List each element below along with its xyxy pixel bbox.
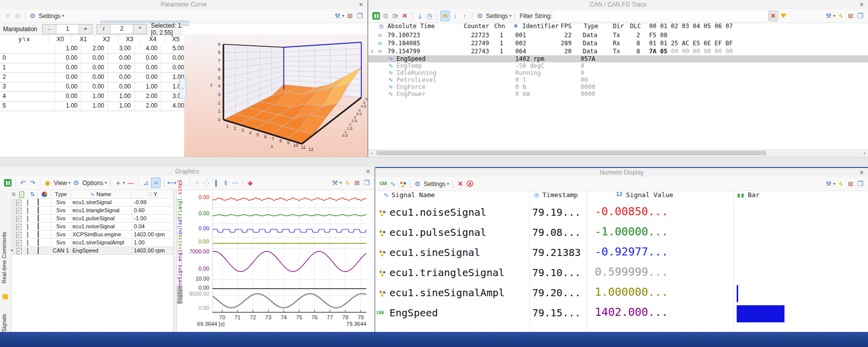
window-close-icon[interactable]: ⊠ [846,179,855,189]
trace-cell[interactable]: 002 [515,39,526,47]
drag-handle[interactable] [11,215,17,222]
trace-message-row[interactable]: ˅✉79.15479922743106420DataTx87A 0500 00 … [368,47,868,55]
table-cell[interactable]: 0.00 [55,82,82,92]
trace-rows[interactable]: ✉79.10072322723100122DataTx2F5 08✉79.184… [368,31,868,150]
trace-cell[interactable]: 1 [500,47,503,55]
expander-icon[interactable]: ˅ [370,47,374,55]
fit-horizontal-icon[interactable]: ⟷ [167,178,177,188]
table-cell[interactable]: 0.00 [108,63,135,73]
trace-cell[interactable]: 79.100723 [387,31,420,39]
trace-signal-row[interactable]: ∿EngPower0 kW0000 [368,91,868,98]
name-header[interactable]: ∿ Name [71,191,131,198]
clear-all-icon[interactable]: ⓧ [465,179,474,189]
visible-checkbox[interactable]: ✓ [17,231,27,238]
options-button[interactable]: Options [83,180,103,187]
table-cell[interactable] [0,44,55,54]
chevron-down-icon[interactable]: ▾ [342,14,344,18]
undo-icon[interactable]: ↶ [19,178,27,188]
new-message-icon[interactable]: ✉ [440,11,450,21]
table-cell[interactable]: X3 [118,35,141,44]
center-horizontal-icon[interactable]: ⁛ [202,178,211,188]
trace-cell[interactable]: Absolute Time [387,23,435,30]
numeric-rows[interactable]: ecu1.noiseSignal79.19...-0.00850...ecu1.… [375,202,868,333]
signal-legend-table[interactable]: ≣✓⇅Type∿ Name⤫ Y✓Svsecu1.sineSignal-0.99… [11,191,173,255]
trace-cell[interactable]: 22723 [471,31,489,39]
trace-cell[interactable]: 057A [581,55,595,62]
trace-cell[interactable]: 8 [637,47,640,55]
collapse-table-button[interactable]: ‹ [180,78,186,99]
trace-cell[interactable]: 2 [637,31,640,39]
single-axis-icon[interactable]: ⊿ [141,178,150,188]
trace-cell[interactable]: 1 [500,39,503,47]
settings-button[interactable]: Settings [424,181,445,188]
trace-cell[interactable]: Identifier [522,23,559,30]
signal-generator-icon[interactable]: ∿ [388,179,397,189]
trace-cell[interactable]: 0 [581,62,584,69]
filter-input[interactable] [554,12,768,21]
table-cell[interactable]: 0.00 [55,63,82,73]
trace-cell[interactable]: Tx [613,47,620,55]
visible-checkbox[interactable]: ✓ [17,239,27,246]
table-cell[interactable]: 0.00 [55,73,82,82]
y-header[interactable]: ⤫ Y [131,191,175,198]
color-swatch[interactable] [38,239,51,246]
fixed-anchor-icon[interactable]: ⤓ [416,11,424,21]
table-cell[interactable]: 1 [0,63,55,73]
secondary-checkbox[interactable] [27,215,38,222]
redo-icon[interactable]: ↷ [28,178,37,188]
settings-button[interactable]: Settings [486,13,508,20]
trace-cell[interactable]: 79.184085 [387,39,420,47]
table-cell[interactable]: 0.00 [82,54,108,63]
table-cell[interactable]: 2.00 [135,92,162,102]
view-button[interactable]: View [54,180,67,187]
drag-handle[interactable] [11,207,17,214]
table-cell[interactable]: 4 [0,92,55,102]
detach-window-icon[interactable]: ❐ [856,179,864,189]
table-cell[interactable]: 1.00 [108,102,135,111]
tab-signals[interactable]: Signals [1,309,10,332]
table-cell[interactable]: 3.00 [108,44,135,54]
drag-handle[interactable] [11,239,17,246]
numeric-row[interactable]: ecu1.pulseSignal79.08...-1.00000... [375,223,868,243]
visible-checkbox[interactable]: ✓ [17,207,27,214]
pause-icon[interactable] [372,12,380,20]
trace-cell[interactable]: 001 [515,31,526,39]
table-cell[interactable]: 1.00 [55,44,82,54]
pause-icon[interactable] [4,179,12,187]
table-cell[interactable]: 0.00 [108,54,135,63]
clear-trace-icon[interactable]: ✕ [401,11,409,21]
trace-cell[interactable]: Running [515,69,541,76]
table-cell[interactable]: 3 [0,82,55,92]
lightning-icon[interactable]: ϟ [343,178,352,188]
legend-row[interactable]: ✓Svsecu1.sineSignalAmpl1.00 [11,239,173,247]
settings-button[interactable]: Settings [39,13,60,20]
chevron-down-icon[interactable]: ▾ [105,181,107,185]
table-cell[interactable]: 0.00 [82,82,108,92]
table-cell[interactable]: 2.00 [135,102,162,111]
parameter-table[interactable]: y \ xX0X1X2X3X4X51.002.003.004.005.006.0… [0,35,184,111]
trace-message-row[interactable]: ✉79.184085227491002289DataRx801 01 25 AC… [368,39,868,47]
trace-cell[interactable]: Rx [613,39,620,47]
trace-cell[interactable]: 0 [581,69,584,76]
legend-row[interactable]: ✓Svsecu1.pulseSignal-1.00 [11,215,173,223]
trace-cell[interactable]: 7A 05 [649,47,667,55]
legend-row[interactable]: ✓Svsecu1.noiseSignal0.04 [11,223,173,231]
trace-cell[interactable]: 1 [500,31,503,39]
close-icon[interactable]: ✕ [366,167,370,176]
timestamp-header[interactable]: Timestamp [542,191,578,199]
dual-marker-icon[interactable]: ‖ [221,178,230,188]
factor-value[interactable]: 2 [111,25,133,34]
trace-signal-row[interactable]: ∿PetrolLevel0 l00 [368,76,868,83]
chevron-down-icon[interactable]: ▾ [447,182,449,186]
copy-icon[interactable]: ⧉ [381,11,390,21]
trace-cell[interactable]: 064 [515,47,526,55]
trace-cell[interactable]: Counter [463,23,489,30]
numeric-header[interactable]: ∿ Signal Name ◷ Timestamp 12 Signal Valu… [375,191,868,202]
wrench-icon[interactable]: ⚒ [824,11,833,21]
color-swatch[interactable] [38,199,51,206]
secondary-checkbox[interactable] [27,247,38,254]
window-close-icon[interactable]: ⊠ [846,11,855,21]
wrench-icon[interactable]: ⚒ [333,11,342,21]
drag-handle[interactable] [11,231,17,238]
time-mode-icon[interactable]: ◷ [425,11,434,21]
